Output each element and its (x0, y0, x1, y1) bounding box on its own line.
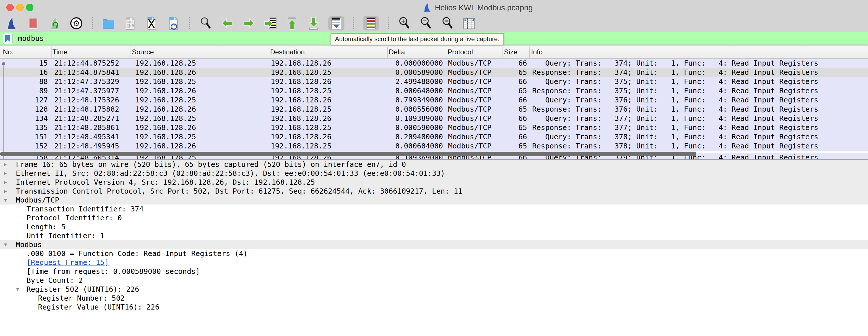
expander-triangle-icon[interactable]: ▼ (4, 240, 7, 249)
detail-row[interactable]: Transaction Identifier: 374 (0, 205, 868, 213)
toolbar-separator (189, 17, 190, 29)
horizontal-scrollbar-thumb[interactable] (0, 152, 696, 156)
detail-row[interactable]: Register Number: 502 (0, 294, 868, 303)
first-packet-button[interactable] (285, 16, 299, 31)
filter-bookmark-button[interactable] (3, 33, 13, 44)
column-header-size[interactable]: Size (504, 45, 518, 59)
close-window-button[interactable] (6, 4, 14, 11)
cell-delta: 0.799349000 (388, 96, 443, 105)
resize-columns-button[interactable] (462, 16, 476, 31)
cell-time: 21:12:48.495945 (54, 141, 119, 151)
pane-splitter-handle[interactable] (473, 157, 478, 159)
cell-delta: 0.000000000 (388, 59, 443, 68)
detail-row[interactable]: [Time from request: 0.000589000 seconds] (0, 267, 868, 276)
save-file-button[interactable]: 01010 01101 01110 (123, 16, 137, 31)
auto-scroll-button[interactable] (328, 16, 344, 31)
expander-triangle-icon[interactable]: ▼ (16, 285, 19, 294)
packet-row[interactable]: 16 21:12:44.875841 192.168.128.26 192.16… (0, 68, 868, 77)
expander-triangle-icon[interactable]: ▶ (4, 178, 7, 187)
cell-destination: 192.168.128.25 (271, 86, 332, 96)
svg-text:01010: 01010 (127, 21, 134, 24)
packet-row[interactable]: 151 21:12:48.495341 192.168.128.25 192.1… (0, 132, 868, 141)
last-packet-button[interactable] (307, 16, 320, 31)
zoom-reset-button[interactable]: = (441, 16, 455, 31)
find-packet-button[interactable] (199, 16, 213, 31)
display-filter-input[interactable]: modbus (18, 34, 44, 42)
request-frame-link[interactable]: [Request Frame: 15] (27, 258, 109, 267)
reload-file-button[interactable]: 1010 (166, 16, 180, 31)
cell-info: Response: Trans: 375; Unit: 1, Func: 4: … (532, 86, 818, 96)
detail-row[interactable]: ▶ Transmission Control Protocol, Src Por… (0, 187, 868, 196)
auto-scroll-tooltip: Automatically scroll to the last packet … (331, 33, 504, 45)
column-header-dst[interactable]: Destination (270, 45, 305, 59)
capture-options-button[interactable]: ⚙ (69, 16, 83, 31)
packet-row[interactable]: 89 21:12:47.375977 192.168.128.26 192.16… (0, 86, 868, 96)
detail-row[interactable]: Protocol Identifier: 0 (0, 213, 868, 222)
detail-row[interactable]: Register Value (UINT16): 226 (0, 303, 868, 311)
detail-row[interactable]: ▶ Frame 16: 65 bytes on wire (520 bits),… (0, 160, 868, 169)
cell-delta: 2.499488000 (388, 77, 443, 86)
detail-row[interactable]: Byte Count: 2 (0, 276, 868, 285)
packet-details-pane: ▶ Frame 16: 65 bytes on wire (520 bits),… (0, 159, 868, 336)
cell-protocol: Modbus/TCP (448, 96, 492, 105)
detail-row[interactable]: Unit Identifier: 1 (0, 231, 868, 240)
column-header-src[interactable]: Source (132, 45, 154, 59)
expander-triangle-icon[interactable]: ▶ (4, 160, 7, 169)
open-file-button[interactable] (102, 16, 116, 31)
green-arrow-right-icon (243, 17, 255, 30)
green-arrow-left-icon (221, 17, 233, 30)
detail-text: Frame 16: 65 bytes on wire (520 bits), 6… (16, 160, 406, 169)
detail-text: Protocol Identifier: 0 (27, 213, 122, 222)
expander-triangle-icon[interactable]: ▼ (4, 196, 7, 205)
cell-size: 66 (494, 114, 527, 123)
cell-source: 192.168.128.25 (135, 114, 196, 123)
expander-triangle-icon[interactable]: ▶ (4, 187, 7, 196)
svg-text:⚙: ⚙ (72, 19, 80, 28)
column-separator[interactable] (51, 46, 52, 58)
packet-row[interactable]: 152 21:12:48.495945 192.168.128.26 192.1… (0, 141, 868, 151)
close-file-button[interactable] (145, 16, 159, 31)
start-capture-button[interactable] (5, 16, 19, 31)
cell-info: Response: Trans: 377; Unit: 1, Func: 4: … (532, 123, 818, 132)
packet-row[interactable]: 134 21:12:48.285271 192.168.128.25 192.1… (0, 114, 868, 123)
zoom-out-button[interactable]: − (419, 16, 433, 31)
detail-row[interactable]: Length: 5 (0, 222, 868, 231)
zoom-window-button[interactable] (26, 4, 33, 11)
detail-row[interactable]: ▶ Internet Protocol Version 4, Src: 192.… (0, 178, 868, 187)
detail-row[interactable]: ▶ Ethernet II, Src: 02:80:ad:22:58:c3 (0… (0, 169, 868, 178)
packet-row[interactable]: 127 21:12:48.175326 192.168.128.25 192.1… (0, 96, 868, 105)
stop-capture-button[interactable] (26, 16, 40, 31)
cell-info: Query: Trans: 374; Unit: 1, Func: 4: Rea… (532, 59, 818, 68)
column-header-proto[interactable]: Protocol (447, 45, 473, 59)
expander-triangle-icon[interactable]: ▶ (4, 169, 7, 178)
previous-packet-button[interactable] (220, 16, 234, 31)
packet-row[interactable]: 128 21:12:48.175882 192.168.128.26 192.1… (0, 105, 868, 114)
cell-protocol: Modbus/TCP (448, 68, 492, 77)
column-separator[interactable] (130, 46, 130, 58)
column-separator[interactable] (446, 46, 446, 58)
cell-destination: 192.168.128.26 (271, 96, 332, 105)
cell-destination: 192.168.128.26 (271, 59, 332, 68)
next-packet-button[interactable] (242, 16, 256, 31)
column-separator[interactable] (269, 46, 269, 58)
column-header-info[interactable]: Info (531, 45, 542, 59)
column-header-delta[interactable]: Delta (389, 45, 405, 59)
detail-row[interactable]: ▼ Modbus/TCP (0, 196, 868, 205)
packet-row[interactable]: 88 21:12:47.375329 192.168.128.25 192.16… (0, 77, 868, 86)
detail-row[interactable]: ▼ Modbus (0, 240, 868, 249)
detail-row[interactable]: ▼ Register 502 (UINT16): 226 (0, 285, 868, 294)
wireshark-fin-icon (422, 2, 431, 13)
colorize-button[interactable] (363, 16, 379, 31)
packet-row[interactable]: 15 21:12:44.875252 192.168.128.25 192.16… (0, 59, 868, 68)
column-header-no[interactable]: No. (3, 45, 13, 59)
detail-row[interactable]: [Request Frame: 15] (0, 258, 868, 267)
zoom-in-button[interactable]: + (397, 16, 411, 31)
detail-row[interactable]: .000 0100 = Function Code: Read Input Re… (0, 249, 868, 258)
go-to-packet-button[interactable] (264, 16, 277, 31)
column-header-time[interactable]: Time (53, 45, 67, 59)
column-separator[interactable] (529, 46, 530, 58)
minimize-window-button[interactable] (16, 4, 24, 11)
restart-capture-button[interactable] (48, 16, 62, 31)
packet-row[interactable]: 135 21:12:48.285861 192.168.128.26 192.1… (0, 123, 868, 132)
column-separator[interactable] (502, 46, 503, 58)
